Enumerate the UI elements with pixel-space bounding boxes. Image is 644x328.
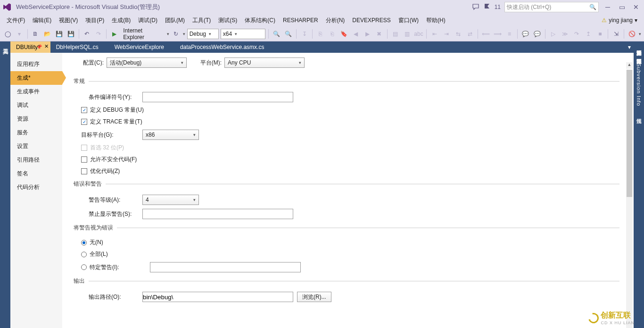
- notification-count[interactable]: 11: [495, 4, 501, 10]
- menu-build[interactable]: 生成(B): [108, 15, 134, 26]
- team-explorer-tab[interactable]: 团队资源管理器: [636, 53, 643, 57]
- step-into-button: ↧: [299, 29, 309, 39]
- tab-label: DbHelperSQL.cs: [56, 44, 99, 50]
- nav-signing[interactable]: 签名: [10, 167, 62, 180]
- browse-button[interactable]: 浏览(R)...: [297, 292, 331, 302]
- menu-debug[interactable]: 调试(D): [134, 15, 161, 26]
- uncomment-button: ⎗: [327, 29, 337, 39]
- toolbox-panel-tab[interactable]: 工具箱: [0, 41, 10, 328]
- menu-analyze[interactable]: 分析(N): [322, 15, 349, 26]
- property-page-nav: 应用程序 生成* 生成事件 调试 资源 服务 设置 引用路径 签名 代码分析: [10, 53, 62, 328]
- config-combo-value: 活动(Debug): [110, 59, 141, 67]
- radio-none[interactable]: [81, 240, 87, 246]
- solution-platform-combo[interactable]: x64▾: [221, 29, 266, 39]
- refresh-button[interactable]: ↻: [171, 29, 181, 39]
- close-button[interactable]: ✕: [631, 3, 641, 11]
- nav-back-button[interactable]: ◯: [3, 29, 13, 39]
- untab-button: ⇄: [465, 29, 475, 39]
- undo-button[interactable]: ↶: [82, 29, 92, 39]
- output-path-input[interactable]: [142, 292, 293, 302]
- tab-button: ⇆: [453, 29, 463, 39]
- menu-tools[interactable]: 工具(T): [189, 15, 215, 26]
- watermark-sub: CD X HU LIAN: [601, 320, 635, 325]
- chevron-down-icon[interactable]: ▾: [183, 32, 185, 36]
- no-entry-icon[interactable]: 🚫: [627, 29, 637, 39]
- quick-launch-input[interactable]: 快速启动 (Ctrl+Q) 🔍: [504, 2, 599, 12]
- tab-label: dataProcessWebService.asmx.cs: [180, 44, 264, 50]
- nav-settings[interactable]: 设置: [10, 139, 62, 153]
- solution-explorer-tab[interactable]: 解决方案资源管理器: [636, 44, 643, 48]
- nav-debug[interactable]: 调试: [10, 98, 62, 112]
- menu-test[interactable]: 测试(S): [215, 15, 241, 26]
- save-button[interactable]: 💾: [54, 29, 64, 39]
- suppress-warnings-input[interactable]: [142, 209, 293, 219]
- new-project-button[interactable]: 🗎: [31, 29, 41, 39]
- find-button[interactable]: 🔍: [272, 29, 281, 39]
- extension-button[interactable]: ⇲: [611, 29, 621, 39]
- stop2-button: ■: [595, 29, 605, 39]
- start-debug-button[interactable]: ▶: [109, 29, 119, 39]
- subversion-info-tab[interactable]: Subversion Info: [636, 61, 642, 108]
- tab-dataprocess[interactable]: dataProcessWebService.asmx.cs: [174, 41, 275, 53]
- user-name: ying jiang: [609, 17, 633, 24]
- debug-const-checkbox[interactable]: [81, 107, 87, 113]
- menu-edit[interactable]: 编辑(E): [29, 15, 55, 26]
- scrollbar-thumb[interactable]: [627, 70, 632, 197]
- nav-application[interactable]: 应用程序: [10, 57, 62, 71]
- chevron-down-icon[interactable]: ▾: [639, 32, 641, 36]
- indent-button: ▤: [390, 29, 400, 39]
- pin-icon[interactable]: 📌: [36, 44, 42, 49]
- allow-unsafe-checkbox[interactable]: [81, 156, 87, 163]
- tab-dbhelpersql[interactable]: DbHelperSQL.cs: [50, 41, 109, 53]
- chevron-down-icon[interactable]: ▾: [167, 32, 169, 36]
- warning-level-combo[interactable]: 4▾: [142, 195, 199, 205]
- document-tabs: DBUtility* 📌 ✕ DbHelperSQL.cs WebService…: [10, 41, 634, 53]
- nav-code-analysis[interactable]: 代码分析: [10, 180, 62, 194]
- restore-button[interactable]: ▭: [617, 3, 627, 11]
- conditional-symbols-input[interactable]: [142, 92, 293, 102]
- solution-config-combo[interactable]: Debug▾: [187, 29, 219, 39]
- property-page-content: 配置(C): 活动(Debug)▾ 平台(M): Any CPU▾ 常规 条件编…: [62, 53, 634, 328]
- nav-services[interactable]: 服务: [10, 126, 62, 139]
- flag-icon[interactable]: [483, 3, 491, 11]
- nav-resources[interactable]: 资源: [10, 112, 62, 126]
- find-in-files-button[interactable]: 🔍: [283, 29, 293, 39]
- section-label: 错误和警告: [74, 180, 102, 188]
- menu-view[interactable]: 视图(V): [55, 15, 82, 26]
- menu-window[interactable]: 窗口(W): [395, 15, 422, 26]
- signed-in-user[interactable]: ⚠ ying jiang ▾: [598, 17, 641, 24]
- menu-architecture[interactable]: 体系结构(C): [241, 15, 279, 26]
- browser-selector[interactable]: Internet Explorer: [121, 27, 165, 41]
- radio-all[interactable]: [81, 252, 87, 257]
- menu-team[interactable]: 团队(M): [161, 15, 189, 26]
- separator: [312, 29, 313, 39]
- nav-build-events[interactable]: 生成事件: [10, 85, 62, 98]
- trace-const-checkbox[interactable]: [81, 119, 87, 125]
- tab-overflow-button[interactable]: ▾: [625, 41, 634, 53]
- menu-project[interactable]: 项目(P): [82, 15, 108, 26]
- separator: [79, 29, 79, 39]
- menu-devexpress[interactable]: DEVEXPRESS: [348, 16, 394, 25]
- minimize-button[interactable]: ─: [603, 3, 613, 11]
- menu-resharper[interactable]: RESHARPER: [279, 16, 322, 25]
- section-output: 输出: [74, 277, 619, 285]
- platform-combo[interactable]: Any CPU▾: [224, 57, 305, 68]
- scroll-up-button[interactable]: ▲: [626, 62, 633, 69]
- nav-build[interactable]: 生成*: [10, 71, 62, 85]
- menu-help[interactable]: 帮助(H): [422, 15, 449, 26]
- menu-file[interactable]: 文件(F): [3, 15, 29, 26]
- nav-reference-paths[interactable]: 引用路径: [10, 153, 62, 167]
- feedback-icon[interactable]: [472, 3, 479, 11]
- open-file-button[interactable]: 📂: [42, 29, 52, 39]
- tab-webserviceexplore[interactable]: WebServiceExplore: [109, 41, 174, 53]
- properties-tab[interactable]: 属性: [636, 113, 643, 116]
- optimize-code-checkbox[interactable]: [81, 168, 87, 174]
- vertical-scrollbar[interactable]: [626, 70, 633, 328]
- radio-specific[interactable]: [81, 264, 87, 270]
- specific-warnings-input[interactable]: [150, 262, 301, 272]
- tab-dbutility[interactable]: DBUtility* 📌 ✕: [10, 41, 50, 53]
- config-combo[interactable]: 活动(Debug)▾: [107, 57, 187, 68]
- target-platform-combo[interactable]: x86▾: [142, 130, 199, 140]
- close-icon[interactable]: ✕: [44, 43, 49, 49]
- save-all-button[interactable]: 💾: [66, 29, 76, 39]
